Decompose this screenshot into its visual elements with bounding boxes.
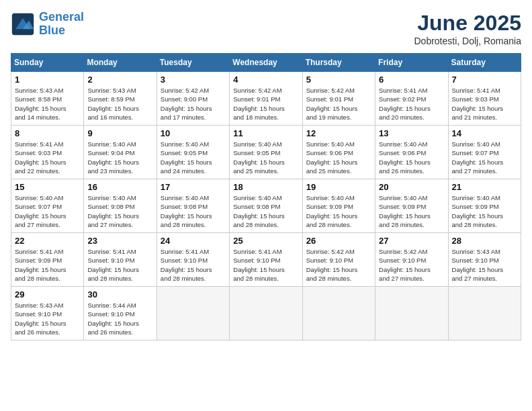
day-info: Sunrise: 5:41 AM Sunset: 9:10 PM Dayligh… [161, 247, 226, 283]
day-info: Sunrise: 5:41 AM Sunset: 9:10 PM Dayligh… [87, 247, 152, 283]
day-number: 28 [452, 236, 517, 246]
day-info: Sunrise: 5:40 AM Sunset: 9:06 PM Dayligh… [379, 140, 444, 175]
day-number: 12 [306, 128, 371, 138]
calendar-title: June 2025 [414, 11, 521, 36]
col-monday: Monday [84, 54, 157, 72]
day-number: 11 [233, 128, 298, 138]
table-row: 4Sunrise: 5:42 AM Sunset: 9:01 PM Daylig… [230, 72, 302, 126]
day-number: 5 [306, 75, 371, 85]
table-row: 15Sunrise: 5:40 AM Sunset: 9:07 PM Dayli… [11, 179, 84, 233]
table-row: 8Sunrise: 5:41 AM Sunset: 9:03 PM Daylig… [11, 126, 84, 179]
day-number: 20 [379, 182, 444, 192]
day-number: 19 [306, 182, 371, 192]
day-number: 22 [15, 236, 80, 246]
day-info: Sunrise: 5:40 AM Sunset: 9:05 PM Dayligh… [161, 140, 226, 175]
logo-icon [11, 12, 35, 36]
day-number: 1 [15, 75, 80, 85]
day-number: 6 [379, 75, 444, 85]
day-number: 3 [161, 75, 226, 85]
day-info: Sunrise: 5:40 AM Sunset: 9:09 PM Dayligh… [379, 193, 444, 229]
table-row: 3Sunrise: 5:42 AM Sunset: 9:00 PM Daylig… [157, 72, 229, 126]
table-row: 26Sunrise: 5:42 AM Sunset: 9:10 PM Dayli… [302, 233, 375, 287]
day-info: Sunrise: 5:40 AM Sunset: 9:07 PM Dayligh… [15, 193, 80, 229]
day-info: Sunrise: 5:42 AM Sunset: 9:01 PM Dayligh… [306, 86, 371, 122]
day-info: Sunrise: 5:40 AM Sunset: 9:08 PM Dayligh… [87, 193, 152, 229]
table-row: 16Sunrise: 5:40 AM Sunset: 9:08 PM Dayli… [84, 179, 157, 233]
table-row [230, 287, 302, 340]
table-row: 5Sunrise: 5:42 AM Sunset: 9:01 PM Daylig… [302, 72, 375, 126]
day-info: Sunrise: 5:41 AM Sunset: 9:09 PM Dayligh… [15, 247, 80, 283]
day-number: 16 [87, 182, 152, 192]
day-info: Sunrise: 5:43 AM Sunset: 8:58 PM Dayligh… [15, 86, 80, 122]
table-row: 25Sunrise: 5:41 AM Sunset: 9:10 PM Dayli… [230, 233, 302, 287]
day-info: Sunrise: 5:40 AM Sunset: 9:04 PM Dayligh… [87, 140, 152, 175]
col-tuesday: Tuesday [157, 54, 229, 72]
day-info: Sunrise: 5:40 AM Sunset: 9:08 PM Dayligh… [161, 193, 226, 229]
day-number: 25 [233, 236, 298, 246]
day-number: 10 [161, 128, 226, 138]
col-sunday: Sunday [11, 54, 84, 72]
table-row: 28Sunrise: 5:43 AM Sunset: 9:10 PM Dayli… [448, 233, 521, 287]
logo-text: General Blue [39, 11, 84, 38]
day-number: 17 [161, 182, 226, 192]
col-wednesday: Wednesday [230, 54, 302, 72]
day-info: Sunrise: 5:41 AM Sunset: 9:10 PM Dayligh… [233, 247, 298, 283]
calendar-week-4: 22Sunrise: 5:41 AM Sunset: 9:09 PM Dayli… [11, 233, 521, 287]
table-row: 6Sunrise: 5:41 AM Sunset: 9:02 PM Daylig… [375, 72, 448, 126]
col-thursday: Thursday [302, 54, 375, 72]
calendar-week-5: 29Sunrise: 5:43 AM Sunset: 9:10 PM Dayli… [11, 287, 521, 340]
table-row: 1Sunrise: 5:43 AM Sunset: 8:58 PM Daylig… [11, 72, 84, 126]
day-info: Sunrise: 5:40 AM Sunset: 9:09 PM Dayligh… [452, 193, 517, 229]
table-row: 20Sunrise: 5:40 AM Sunset: 9:09 PM Dayli… [375, 179, 448, 233]
day-number: 21 [452, 182, 517, 192]
table-row: 7Sunrise: 5:41 AM Sunset: 9:03 PM Daylig… [448, 72, 521, 126]
calendar-header-row: Sunday Monday Tuesday Wednesday Thursday… [11, 54, 521, 72]
col-saturday: Saturday [448, 54, 521, 72]
calendar-table: Sunday Monday Tuesday Wednesday Thursday… [11, 53, 521, 340]
table-row [375, 287, 448, 340]
day-number: 14 [452, 128, 517, 138]
table-row: 27Sunrise: 5:42 AM Sunset: 9:10 PM Dayli… [375, 233, 448, 287]
day-info: Sunrise: 5:42 AM Sunset: 9:10 PM Dayligh… [306, 247, 371, 283]
day-number: 4 [233, 75, 298, 85]
table-row [448, 287, 521, 340]
table-row [302, 287, 375, 340]
day-number: 27 [379, 236, 444, 246]
table-row: 30Sunrise: 5:44 AM Sunset: 9:10 PM Dayli… [84, 287, 157, 340]
calendar-week-2: 8Sunrise: 5:41 AM Sunset: 9:03 PM Daylig… [11, 126, 521, 179]
calendar-week-1: 1Sunrise: 5:43 AM Sunset: 8:58 PM Daylig… [11, 72, 521, 126]
day-info: Sunrise: 5:42 AM Sunset: 9:01 PM Dayligh… [233, 86, 298, 122]
day-number: 8 [15, 128, 80, 138]
day-number: 30 [87, 289, 152, 300]
day-number: 26 [306, 236, 371, 246]
day-info: Sunrise: 5:41 AM Sunset: 9:03 PM Dayligh… [15, 140, 80, 175]
day-number: 29 [15, 289, 80, 300]
day-info: Sunrise: 5:40 AM Sunset: 9:07 PM Dayligh… [452, 140, 517, 175]
table-row: 12Sunrise: 5:40 AM Sunset: 9:06 PM Dayli… [302, 126, 375, 179]
table-row: 29Sunrise: 5:43 AM Sunset: 9:10 PM Dayli… [11, 287, 84, 340]
day-number: 24 [161, 236, 226, 246]
calendar-week-3: 15Sunrise: 5:40 AM Sunset: 9:07 PM Dayli… [11, 179, 521, 233]
table-row: 24Sunrise: 5:41 AM Sunset: 9:10 PM Dayli… [157, 233, 229, 287]
calendar-subtitle: Dobrotesti, Dolj, Romania [414, 36, 521, 46]
table-row [157, 287, 229, 340]
day-info: Sunrise: 5:40 AM Sunset: 9:06 PM Dayligh… [306, 140, 371, 175]
table-row: 13Sunrise: 5:40 AM Sunset: 9:06 PM Dayli… [375, 126, 448, 179]
header: General Blue June 2025 Dobrotesti, Dolj,… [11, 11, 521, 46]
table-row: 17Sunrise: 5:40 AM Sunset: 9:08 PM Dayli… [157, 179, 229, 233]
day-info: Sunrise: 5:41 AM Sunset: 9:02 PM Dayligh… [379, 86, 444, 122]
day-number: 7 [452, 75, 517, 85]
table-row: 23Sunrise: 5:41 AM Sunset: 9:10 PM Dayli… [84, 233, 157, 287]
day-info: Sunrise: 5:40 AM Sunset: 9:09 PM Dayligh… [306, 193, 371, 229]
day-number: 15 [15, 182, 80, 192]
day-info: Sunrise: 5:40 AM Sunset: 9:08 PM Dayligh… [233, 193, 298, 229]
day-info: Sunrise: 5:41 AM Sunset: 9:03 PM Dayligh… [452, 86, 517, 122]
day-info: Sunrise: 5:40 AM Sunset: 9:05 PM Dayligh… [233, 140, 298, 175]
table-row: 11Sunrise: 5:40 AM Sunset: 9:05 PM Dayli… [230, 126, 302, 179]
table-row: 22Sunrise: 5:41 AM Sunset: 9:09 PM Dayli… [11, 233, 84, 287]
table-row: 19Sunrise: 5:40 AM Sunset: 9:09 PM Dayli… [302, 179, 375, 233]
day-number: 9 [87, 128, 152, 138]
table-row: 21Sunrise: 5:40 AM Sunset: 9:09 PM Dayli… [448, 179, 521, 233]
day-info: Sunrise: 5:43 AM Sunset: 9:10 PM Dayligh… [15, 301, 80, 336]
table-row: 10Sunrise: 5:40 AM Sunset: 9:05 PM Dayli… [157, 126, 229, 179]
